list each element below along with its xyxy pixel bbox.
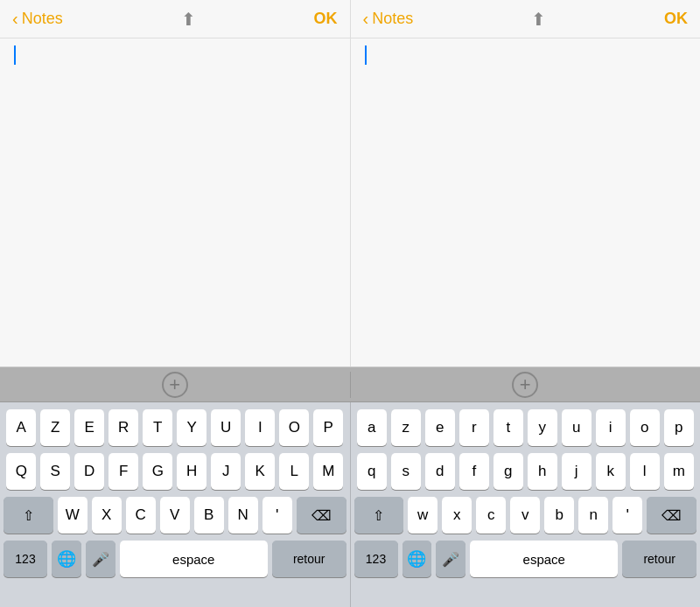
left-return-key[interactable]: retour xyxy=(272,541,346,577)
key-E[interactable]: E xyxy=(74,409,104,446)
right-row3: ⇧ w x c v b n ' ⌫ xyxy=(354,497,697,534)
key-n[interactable]: n xyxy=(578,497,608,534)
left-ok-button[interactable]: OK xyxy=(313,10,337,28)
left-plus-button[interactable]: + xyxy=(162,372,188,398)
key-d[interactable]: d xyxy=(425,453,455,490)
right-plus-button[interactable]: + xyxy=(512,372,538,398)
key-h[interactable]: h xyxy=(528,453,557,490)
left-back-nav[interactable]: ‹ Notes xyxy=(12,9,63,29)
key-C[interactable]: C xyxy=(126,497,156,534)
right-share-button[interactable]: ⬆ xyxy=(531,9,546,30)
left-note-panel: ‹ Notes ⬆ OK xyxy=(0,0,351,366)
key-o[interactable]: o xyxy=(630,409,660,446)
key-k[interactable]: k xyxy=(596,453,626,490)
key-F[interactable]: F xyxy=(108,453,138,490)
right-cursor xyxy=(365,45,367,65)
key-m[interactable]: m xyxy=(664,453,694,490)
right-row2: q s d f g h j k l m xyxy=(354,453,697,490)
key-G[interactable]: G xyxy=(143,453,172,490)
key-A[interactable]: A xyxy=(6,409,36,446)
key-b[interactable]: b xyxy=(544,497,574,534)
left-num-key[interactable]: 123 xyxy=(4,541,47,577)
key-l[interactable]: l xyxy=(630,453,660,490)
key-U[interactable]: U xyxy=(211,409,241,446)
key-X[interactable]: X xyxy=(92,497,122,534)
key-O[interactable]: O xyxy=(279,409,309,446)
left-space-key[interactable]: espace xyxy=(120,541,268,577)
key-j[interactable]: j xyxy=(562,453,592,490)
key-y[interactable]: y xyxy=(528,409,557,446)
key-T[interactable]: T xyxy=(143,409,172,446)
key-q[interactable]: q xyxy=(357,453,387,490)
right-shift-key[interactable]: ⇧ xyxy=(354,497,404,534)
left-note-body[interactable] xyxy=(0,38,350,366)
key-apostrophe[interactable]: ' xyxy=(262,497,292,534)
key-r[interactable]: r xyxy=(459,409,489,446)
left-mic-key[interactable]: 🎤 xyxy=(86,541,116,577)
key-N[interactable]: N xyxy=(228,497,258,534)
key-H[interactable]: H xyxy=(177,453,206,490)
key-p[interactable]: p xyxy=(664,409,694,446)
right-note-panel: ‹ Notes ⬆ OK xyxy=(351,0,701,366)
right-share-icon: ⬆ xyxy=(531,9,546,30)
key-v[interactable]: v xyxy=(510,497,540,534)
key-L[interactable]: L xyxy=(279,453,309,490)
key-V[interactable]: V xyxy=(160,497,190,534)
left-keyboard: A Z E R T Y U I O P Q S D F G H J K L M … xyxy=(0,402,351,607)
key-x[interactable]: x xyxy=(442,497,472,534)
left-chevron-icon: ‹ xyxy=(12,9,18,29)
right-chevron-icon: ‹ xyxy=(363,9,369,29)
key-D[interactable]: D xyxy=(74,453,104,490)
left-row1: A Z E R T Y U I O P xyxy=(4,409,346,446)
right-back-label[interactable]: Notes xyxy=(372,10,413,28)
right-ok-button[interactable]: OK xyxy=(664,10,688,28)
right-back-nav[interactable]: ‹ Notes xyxy=(363,9,414,29)
key-W[interactable]: W xyxy=(58,497,88,534)
right-mic-key[interactable]: 🎤 xyxy=(436,541,466,577)
key-B[interactable]: B xyxy=(194,497,224,534)
key-i[interactable]: i xyxy=(596,409,626,446)
key-t[interactable]: t xyxy=(494,409,523,446)
keyboard: A Z E R T Y U I O P Q S D F G H J K L M … xyxy=(0,402,700,607)
right-row4: 123 🌐 🎤 espace retour xyxy=(354,541,697,577)
left-row2: Q S D F G H J K L M xyxy=(4,453,346,490)
key-w[interactable]: w xyxy=(408,497,438,534)
right-num-key[interactable]: 123 xyxy=(354,541,398,577)
key-Q[interactable]: Q xyxy=(6,453,36,490)
left-cursor xyxy=(14,45,16,65)
key-P[interactable]: P xyxy=(313,409,343,446)
key-apostrophe-right[interactable]: ' xyxy=(612,497,642,534)
key-R[interactable]: R xyxy=(108,409,138,446)
right-note-header: ‹ Notes ⬆ OK xyxy=(351,0,701,38)
left-toolbar: + xyxy=(0,372,351,398)
key-f[interactable]: f xyxy=(459,453,489,490)
right-return-key[interactable]: retour xyxy=(622,541,696,577)
key-s[interactable]: s xyxy=(391,453,421,490)
left-back-label[interactable]: Notes xyxy=(22,10,63,28)
right-keyboard: a z e r t y u i o p q s d f g h j k l m … xyxy=(351,402,701,607)
right-space-key[interactable]: espace xyxy=(470,541,618,577)
key-Y[interactable]: Y xyxy=(177,409,206,446)
right-note-body[interactable] xyxy=(351,38,701,366)
key-u[interactable]: u xyxy=(562,409,592,446)
left-backspace-key[interactable]: ⌫ xyxy=(297,497,346,534)
left-note-header: ‹ Notes ⬆ OK xyxy=(0,0,350,38)
key-S[interactable]: S xyxy=(40,453,70,490)
key-M[interactable]: M xyxy=(313,453,343,490)
key-g[interactable]: g xyxy=(494,453,523,490)
left-share-button[interactable]: ⬆ xyxy=(181,9,196,30)
right-backspace-key[interactable]: ⌫ xyxy=(647,497,696,534)
key-Z[interactable]: Z xyxy=(40,409,70,446)
key-K[interactable]: K xyxy=(245,453,275,490)
left-shift-key[interactable]: ⇧ xyxy=(4,497,53,534)
key-a[interactable]: a xyxy=(357,409,387,446)
key-e[interactable]: e xyxy=(425,409,455,446)
left-share-icon: ⬆ xyxy=(181,9,196,30)
key-I[interactable]: I xyxy=(245,409,275,446)
right-globe-key[interactable]: 🌐 xyxy=(402,541,432,577)
left-row3: ⇧ W X C V B N ' ⌫ xyxy=(4,497,346,534)
key-J[interactable]: J xyxy=(211,453,241,490)
key-z[interactable]: z xyxy=(391,409,421,446)
key-c[interactable]: c xyxy=(476,497,506,534)
left-globe-key[interactable]: 🌐 xyxy=(52,541,81,577)
